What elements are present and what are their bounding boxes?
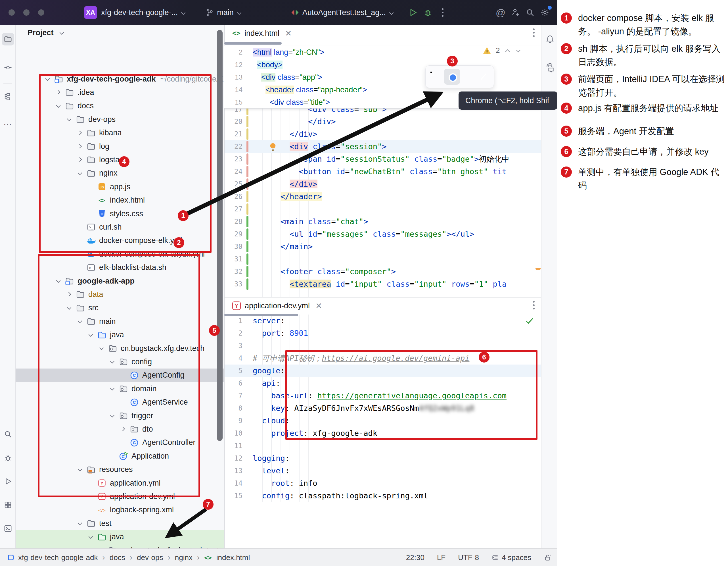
commit-tool-icon[interactable]: [2, 61, 14, 74]
callout-1: 1: [178, 210, 189, 221]
lock-icon[interactable]: [544, 554, 552, 561]
note-6: 6这部分需要自己申请，并修改 key: [561, 145, 725, 158]
stripe-divider: [3, 83, 12, 84]
tab-underline: [224, 314, 298, 316]
structure-tool-icon[interactable]: [2, 90, 14, 103]
no-problems-check-icon: [525, 316, 534, 326]
window-minimize-button[interactable]: [23, 9, 30, 16]
package-icon: [108, 546, 117, 548]
run-button[interactable]: [406, 5, 421, 20]
code-line-32[interactable]: 32 <footer class="composer">: [224, 265, 541, 278]
run-configuration-widget[interactable]: AutoAgentTest.test_ag...: [302, 8, 386, 17]
clock-widget[interactable]: 22:30: [406, 553, 424, 562]
ai-chat-tool-icon[interactable]: [544, 61, 556, 74]
search-everywhere-icon[interactable]: [523, 5, 537, 20]
intellij-idea-browser-icon[interactable]: [429, 70, 442, 83]
code-line-23[interactable]: 23 <span id="sessionStatus" class="badge…: [224, 153, 541, 165]
problems-tool-icon[interactable]: [2, 452, 14, 464]
callout-7: 7: [203, 499, 214, 510]
code-line-11[interactable]: 11: [224, 440, 541, 452]
code-line-2[interactable]: 2 port: 8901: [224, 327, 541, 340]
code-line-12[interactable]: 12logging:: [224, 452, 541, 465]
run-config-icon: [288, 5, 302, 20]
firefox-browser-icon[interactable]: [462, 70, 475, 83]
inspections-widget[interactable]: 2: [483, 46, 521, 55]
annotation-notes-panel: 1docker compose 脚本，安装 elk 服务。 -aliyun 的是…: [557, 0, 728, 566]
debug-button[interactable]: [421, 5, 435, 20]
code-line-13[interactable]: 13 level:: [224, 465, 541, 477]
project-icon: XA: [84, 6, 97, 19]
folder-icon: [87, 519, 96, 528]
chrome-browser-icon[interactable]: [444, 69, 460, 85]
code-line-14[interactable]: 14 root: info: [224, 477, 541, 490]
annotation-box-google-api-key: [285, 350, 537, 440]
indent-widget[interactable]: 4 spaces: [491, 553, 531, 562]
code-line-26[interactable]: 26 </header>: [224, 190, 541, 203]
module-icon: [8, 555, 14, 560]
tree-item-cn.bugstack.xfg.dev.tech.test[interactable]: cn.bugstack.xfg.dev.tech.test: [16, 544, 224, 548]
previous-warning-icon[interactable]: [504, 47, 511, 54]
code-line-30[interactable]: 30 </main>: [224, 240, 541, 253]
editor-index-html[interactable]: <> index.html ✕ 2<html lang="zh-CN">12 <…: [224, 25, 541, 297]
ai-assistant-icon[interactable]: @: [493, 5, 508, 20]
tree-item-test[interactable]: test: [16, 517, 224, 530]
html-file-icon: <>: [204, 554, 212, 561]
window-zoom-button[interactable]: [38, 9, 44, 16]
line-separator-widget[interactable]: LF: [437, 553, 445, 562]
chevron-down-icon: [237, 11, 242, 16]
project-tool-icon[interactable]: [2, 33, 14, 45]
xml-icon: </>: [97, 506, 106, 515]
warning-icon: [483, 47, 491, 55]
callout-2: 2: [173, 237, 184, 248]
chevron-down-icon: [58, 29, 66, 37]
chevron-down-icon: [181, 11, 186, 16]
code-line-15[interactable]: 15 config: classpath:logback-spring.xml: [224, 490, 541, 502]
safari-browser-icon[interactable]: [477, 70, 490, 83]
code-line-33[interactable]: 33 <textarea id="input" class="input" ro…: [224, 278, 541, 291]
encoding-widget[interactable]: UTF-8: [458, 553, 479, 562]
note-1: 1docker compose 脚本，安装 elk 服务。 -aliyun 的是…: [561, 11, 725, 38]
code-line-24[interactable]: 24 <button id="newChatBtn" class="btn gh…: [224, 165, 541, 178]
browser-toolbar: [425, 65, 494, 88]
notifications-bell-icon[interactable]: [544, 33, 556, 45]
terminal-tool-icon[interactable]: [2, 522, 14, 535]
tab-underline: [224, 42, 282, 45]
window-close-button[interactable]: [9, 9, 15, 16]
chevron-down-icon[interactable]: [97, 546, 106, 548]
code-with-me-icon[interactable]: [508, 5, 523, 20]
more-actions-button[interactable]: [435, 5, 450, 20]
annotation-box-google-adk-app: [38, 254, 200, 497]
scrollbar-annotation-marker: [535, 267, 541, 269]
code-line-21[interactable]: 21 </div>: [224, 128, 541, 140]
settings-gear-icon[interactable]: [537, 5, 552, 20]
note-5: 5服务端，Agent 开发配置: [561, 124, 725, 138]
branch-widget[interactable]: main: [217, 8, 234, 17]
code-line-25[interactable]: 25 </div>: [224, 178, 541, 190]
code-line-27[interactable]: 27: [224, 203, 541, 215]
status-bar: xfg-dev-tech-google-adk› docs› dev-ops› …: [0, 548, 557, 566]
warning-count: 2: [496, 46, 500, 55]
code-line-1[interactable]: 1server:: [224, 315, 541, 327]
tree-scrollbar[interactable]: [217, 30, 223, 441]
code-line-31[interactable]: 31: [224, 253, 541, 265]
tree-item-logback-spring.xml[interactable]: </>logback-spring.xml: [16, 503, 224, 517]
code-line-20[interactable]: 20 </div>: [224, 115, 541, 128]
callout-5: 5: [209, 325, 220, 336]
project-panel-title[interactable]: Project: [28, 28, 66, 37]
search-tool-icon[interactable]: [2, 428, 14, 440]
project-switcher[interactable]: xfg-dev-tech-google-...: [101, 8, 178, 17]
code-line-29[interactable]: 29 <ul id="messages" class="messages"></…: [224, 228, 541, 240]
callout-3: 3: [447, 56, 458, 66]
more-tools-icon[interactable]: ⋯: [2, 118, 14, 130]
tree-item-java[interactable]: java: [16, 530, 224, 544]
next-warning-icon[interactable]: [515, 47, 521, 54]
run-tool-icon[interactable]: [2, 475, 14, 488]
ide-window: XA xfg-dev-tech-google-... main AutoAgen…: [0, 0, 728, 566]
chevron-down-icon[interactable]: [76, 519, 84, 528]
breadcrumb[interactable]: xfg-dev-tech-google-adk› docs› dev-ops› …: [8, 553, 250, 562]
note-4: 4app.js 有配置服务端提供的请求地址: [561, 101, 725, 115]
services-tool-icon[interactable]: [2, 499, 14, 511]
chevron-down-icon[interactable]: [87, 533, 95, 541]
code-line-28[interactable]: 28 <main class="chat">: [224, 215, 541, 228]
code-line-22[interactable]: 22 <div class="session">: [224, 140, 541, 153]
